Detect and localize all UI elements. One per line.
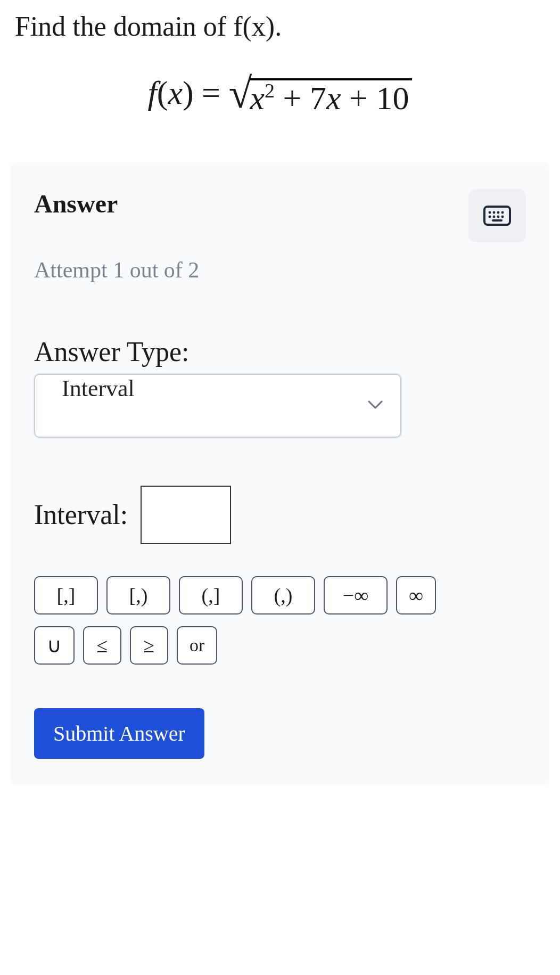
svg-point-1: [489, 211, 491, 214]
neg-infinity-button[interactable]: −∞: [324, 576, 388, 615]
keyboard-button[interactable]: [468, 189, 526, 242]
or-button[interactable]: or: [177, 626, 217, 665]
answer-panel: Answer Attempt 1 out of 2 Answer Type: I…: [11, 162, 549, 785]
attempt-counter: Attempt 1 out of 2: [34, 257, 526, 283]
symbol-row-2: ∪ ≤ ≥ or: [34, 626, 526, 665]
symbol-keypad: [,] [,) (,] (,) −∞ ∞ ∪ ≤ ≥ or: [34, 576, 526, 665]
sqrt-expression: √ x2 + 7x + 10: [229, 78, 413, 114]
svg-point-3: [497, 211, 500, 214]
eq-rparen: ): [183, 75, 194, 111]
rad-x2: x: [326, 80, 341, 116]
svg-point-2: [493, 211, 496, 214]
svg-rect-9: [492, 219, 503, 222]
bracket-closed-open-button[interactable]: [,): [106, 576, 170, 615]
svg-rect-0: [484, 207, 510, 225]
bracket-open-closed-button[interactable]: (,]: [179, 576, 243, 615]
svg-point-6: [493, 215, 496, 218]
svg-point-7: [497, 215, 500, 218]
bracket-open-open-button[interactable]: (,): [251, 576, 315, 615]
eq-func: f: [148, 75, 157, 111]
rad-plus1: +: [283, 80, 310, 116]
answer-title: Answer: [34, 189, 118, 218]
keyboard-icon: [483, 206, 511, 226]
union-button[interactable]: ∪: [34, 626, 75, 665]
leq-button[interactable]: ≤: [83, 626, 121, 665]
rad-coef2: 7: [310, 80, 326, 116]
rad-plus2: +: [349, 80, 376, 116]
svg-point-4: [501, 211, 504, 214]
eq-var: x: [168, 75, 183, 111]
rad-x1: x: [250, 80, 265, 116]
submit-answer-button[interactable]: Submit Answer: [34, 708, 204, 759]
answer-type-label: Answer Type:: [34, 336, 526, 367]
eq-equals: =: [202, 75, 228, 111]
symbol-row-1: [,] [,) (,] (,) −∞ ∞: [34, 576, 526, 615]
rad-exp: 2: [265, 79, 275, 102]
interval-input[interactable]: [141, 486, 231, 544]
geq-button[interactable]: ≥: [130, 626, 168, 665]
rad-const: 10: [376, 80, 409, 116]
bracket-closed-closed-button[interactable]: [,]: [34, 576, 98, 615]
question-prompt: Find the domain of f(x).: [11, 11, 549, 42]
svg-point-8: [501, 215, 504, 218]
svg-point-5: [489, 215, 491, 218]
answer-type-select[interactable]: Interval: [34, 374, 401, 438]
radicand: x2 + 7x + 10: [249, 78, 412, 114]
answer-type-select-wrap: Interval: [34, 374, 401, 438]
infinity-button[interactable]: ∞: [396, 576, 436, 615]
interval-label: Interval:: [34, 499, 128, 530]
eq-lparen: (: [157, 75, 168, 111]
radical-sign-icon: √: [229, 80, 252, 106]
equation-display: f(x) = √ x2 + 7x + 10: [11, 74, 549, 114]
